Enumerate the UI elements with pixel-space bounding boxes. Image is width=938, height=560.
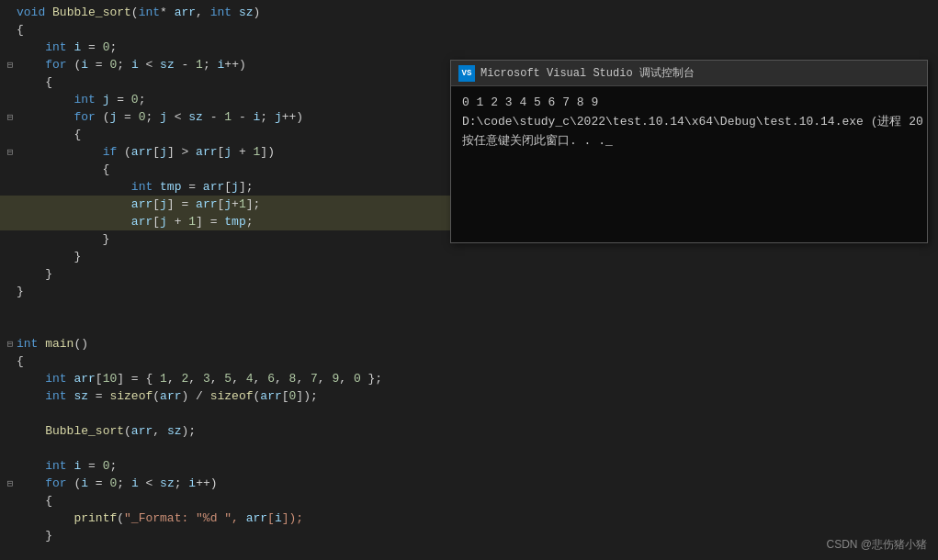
code-line: ⊟ if (arr[j] > arr[j + 1]) — [0, 143, 469, 161]
code-line: int arr[10] = { 1, 2, 3, 5, 4, 6, 8, 7, … — [0, 370, 469, 387]
code-line — [0, 318, 469, 335]
code-line: { — [0, 353, 469, 370]
line-code: if (arr[j] > arr[j + 1]) — [17, 145, 275, 159]
console-output-2: D:\code\study_c\2022\test.10.14\x64\Debu… — [462, 113, 916, 132]
code-line: printf("_Format: "%d ", arr[i]); — [0, 510, 469, 527]
code-line: } — [0, 283, 469, 300]
code-line: ⊟ for (i = 0; i < sz; i++) — [0, 475, 469, 492]
line-code: { — [17, 494, 52, 508]
code-line: int j = 0; — [0, 91, 469, 108]
code-line: int sz = sizeof(arr) / sizeof(arr[0]); — [0, 387, 469, 405]
code-line: { — [0, 73, 469, 91]
line-code: } — [17, 529, 52, 543]
code-editor: void Bubble_sort(int* arr, int sz){ int … — [0, 0, 469, 560]
code-line — [0, 440, 469, 457]
console-title: Microsoft Visual Studio 调试控制台 — [480, 65, 920, 81]
line-code: { — [17, 354, 24, 368]
line-code: arr[j] = arr[j+1]; — [17, 197, 260, 211]
watermark: CSDN @悲伤猪小猪 — [826, 537, 927, 553]
console-output-1: 0 1 2 3 4 5 6 7 8 9 — [462, 94, 916, 113]
code-line: void Bubble_sort(int* arr, int sz) — [0, 4, 469, 21]
line-code: int i = 0; — [17, 459, 117, 473]
line-code: arr[j + 1] = tmp; — [17, 215, 254, 229]
fold-button[interactable]: ⊟ — [4, 477, 17, 489]
code-line: int tmp = arr[j]; — [0, 178, 469, 196]
line-code: } — [17, 250, 81, 263]
code-line: } — [0, 265, 469, 283]
code-line — [0, 300, 469, 318]
fold-button[interactable]: ⊟ — [4, 146, 17, 158]
line-code: { — [17, 128, 81, 141]
line-code: { — [17, 75, 52, 89]
code-line — [0, 544, 469, 560]
console-output-3: 按任意键关闭此窗口. . ._ — [462, 132, 916, 151]
line-code: } — [17, 285, 24, 298]
line-code: int i = 0; — [17, 40, 117, 54]
code-line: } — [0, 230, 469, 248]
code-line: int i = 0; — [0, 457, 469, 475]
line-code: } — [17, 267, 52, 281]
code-line: { — [0, 126, 469, 143]
fold-button[interactable]: ⊟ — [4, 111, 17, 123]
line-code: int arr[10] = { 1, 2, 3, 5, 4, 6, 8, 7, … — [17, 372, 382, 386]
line-code: for (i = 0; i < sz; i++) — [17, 476, 218, 490]
line-code: printf("_Format: "%d ", arr[i]); — [17, 511, 303, 525]
line-code: for (j = 0; j < sz - 1 - i; j++) — [17, 110, 303, 124]
line-code: { — [17, 162, 109, 176]
code-line — [0, 405, 469, 422]
line-code: Bubble_sort(arr, sz); — [17, 424, 196, 438]
line-code: int tmp = arr[j]; — [17, 180, 254, 194]
line-code: for (i = 0; i < sz - 1; i++) — [17, 58, 246, 72]
code-line: arr[j + 1] = tmp; — [0, 213, 469, 230]
code-line: ⊟ for (j = 0; j < sz - 1 - i; j++) — [0, 108, 469, 126]
line-code: { — [17, 23, 24, 37]
code-line: Bubble_sort(arr, sz); — [0, 422, 469, 440]
line-code: int j = 0; — [17, 93, 145, 106]
code-line: int i = 0; — [0, 39, 469, 56]
line-code: int main() — [17, 337, 88, 351]
code-line: { — [0, 21, 469, 39]
code-line: } — [0, 527, 469, 544]
vs-icon: VS — [458, 65, 475, 82]
code-line: { — [0, 492, 469, 510]
code-line: ⊟ for (i = 0; i < sz - 1; i++) — [0, 56, 469, 73]
code-line: } — [0, 248, 469, 265]
console-body: 0 1 2 3 4 5 6 7 8 9 D:\code\study_c\2022… — [451, 86, 927, 158]
console-titlebar: VS Microsoft Visual Studio 调试控制台 — [451, 61, 927, 86]
console-window: VS Microsoft Visual Studio 调试控制台 0 1 2 3… — [450, 60, 928, 243]
line-code: int sz = sizeof(arr) / sizeof(arr[0]); — [17, 389, 318, 403]
code-line: arr[j] = arr[j+1]; — [0, 196, 469, 213]
fold-button[interactable]: ⊟ — [4, 59, 17, 71]
code-line: { — [0, 161, 469, 178]
fold-button[interactable]: ⊟ — [4, 338, 17, 350]
code-line: ⊟int main() — [0, 335, 469, 353]
line-code: } — [17, 232, 109, 246]
line-code: void Bubble_sort(int* arr, int sz) — [17, 6, 260, 19]
